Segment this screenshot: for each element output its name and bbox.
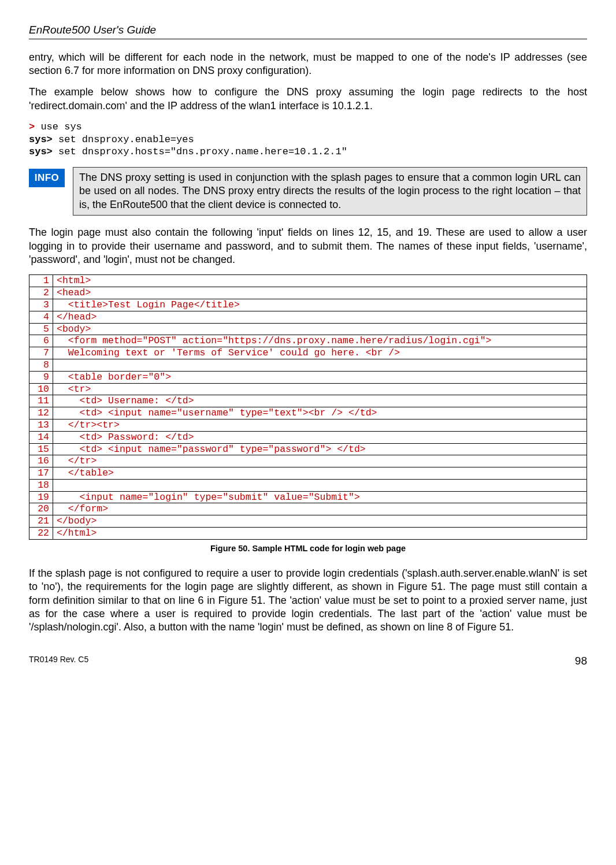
code-content: </tr><tr> xyxy=(53,419,587,431)
code-row: 11 <td> Username: </td> xyxy=(29,395,587,407)
code-content: <td> Password: </td> xyxy=(53,431,587,443)
cli-prompt: sys> xyxy=(29,146,53,157)
line-number: 18 xyxy=(29,479,53,491)
line-number: 2 xyxy=(29,287,53,299)
line-number: 16 xyxy=(29,455,53,467)
header-rule xyxy=(29,39,587,39)
cli-line-1: > use sys xyxy=(29,121,587,133)
code-row: 5<body> xyxy=(29,323,587,335)
cli-prompt-gt: > xyxy=(29,121,35,132)
line-number: 5 xyxy=(29,323,53,335)
code-row: 13 </tr><tr> xyxy=(29,419,587,431)
line-number: 13 xyxy=(29,419,53,431)
code-row: 14 <td> Password: </td> xyxy=(29,431,587,443)
code-content: </head> xyxy=(53,311,587,323)
code-row: 9 <table border="0"> xyxy=(29,371,587,383)
cli-line-3: sys> set dnsproxy.hosts="dns.proxy.name.… xyxy=(29,146,587,158)
code-row: 2<head> xyxy=(29,287,587,299)
info-box-text: The DNS proxy setting is used in conjunc… xyxy=(73,167,587,216)
figure-caption: Figure 50. Sample HTML code for login we… xyxy=(29,543,587,554)
info-callout: INFO The DNS proxy setting is used in co… xyxy=(29,167,587,216)
paragraph-3: The login page must also contain the fol… xyxy=(29,226,587,266)
code-content: <body> xyxy=(53,323,587,335)
paragraph-2: The example below shows how to configure… xyxy=(29,86,587,113)
code-row: 6 <form method="POST" action="https://dn… xyxy=(29,335,587,347)
code-content: <html> xyxy=(53,275,587,287)
code-content: <tr> xyxy=(53,383,587,395)
code-row: 8 xyxy=(29,359,587,371)
code-content xyxy=(53,359,587,371)
line-number: 8 xyxy=(29,359,53,371)
line-number: 1 xyxy=(29,275,53,287)
line-number: 6 xyxy=(29,335,53,347)
code-row: 20 </form> xyxy=(29,503,587,515)
line-number: 14 xyxy=(29,431,53,443)
cli-example: > use sys sys> set dnsproxy.enable=yes s… xyxy=(29,121,587,158)
code-row: 22</html> xyxy=(29,528,587,540)
footer-page-number: 98 xyxy=(575,654,587,669)
paragraph-4: If the splash page is not configured to … xyxy=(29,567,587,634)
line-number: 21 xyxy=(29,515,53,528)
paragraph-1: entry, which will be different for each … xyxy=(29,51,587,78)
doc-header-title: EnRoute500 User's Guide xyxy=(29,23,587,38)
code-row: 10 <tr> xyxy=(29,383,587,395)
code-content: </form> xyxy=(53,503,587,515)
code-content: <input name="login" type="submit" value=… xyxy=(53,491,587,503)
code-content: <table border="0"> xyxy=(53,371,587,383)
line-number: 10 xyxy=(29,383,53,395)
info-icon: INFO xyxy=(29,169,65,187)
code-content xyxy=(53,479,587,491)
page-footer: TR0149 Rev. C5 98 xyxy=(29,654,587,669)
code-content: <head> xyxy=(53,287,587,299)
code-content: <title>Test Login Page</title> xyxy=(53,299,587,311)
line-number: 7 xyxy=(29,347,53,359)
footer-left: TR0149 Rev. C5 xyxy=(29,654,88,669)
code-content: <td> <input name="username" type="text">… xyxy=(53,407,587,419)
code-content: </html> xyxy=(53,528,587,540)
line-number: 11 xyxy=(29,395,53,407)
code-row: 1<html> xyxy=(29,275,587,287)
code-content: </tr> xyxy=(53,455,587,467)
line-number: 9 xyxy=(29,371,53,383)
cli-line-2: sys> set dnsproxy.enable=yes xyxy=(29,133,587,146)
cli-command: set dnsproxy.enable=yes xyxy=(53,134,194,145)
code-row: 16 </tr> xyxy=(29,455,587,467)
code-content: <td> <input name="password" type="passwo… xyxy=(53,443,587,455)
code-row: 3 <title>Test Login Page</title> xyxy=(29,299,587,311)
code-row: 4</head> xyxy=(29,311,587,323)
line-number: 22 xyxy=(29,528,53,540)
cli-prompt: sys> xyxy=(29,134,53,145)
code-content: </body> xyxy=(53,515,587,528)
code-listing-table: 1<html>2<head>3 <title>Test Login Page</… xyxy=(29,274,587,540)
code-content: Welcoming text or 'Terms of Service' cou… xyxy=(53,347,587,359)
code-row: 18 xyxy=(29,479,587,491)
line-number: 4 xyxy=(29,311,53,323)
cli-command: set dnsproxy.hosts="dns.proxy.name.here=… xyxy=(53,146,347,157)
line-number: 12 xyxy=(29,407,53,419)
code-content: <form method="POST" action="https://dns.… xyxy=(53,335,587,347)
cli-command: use sys xyxy=(35,121,82,132)
line-number: 20 xyxy=(29,503,53,515)
code-row: 19 <input name="login" type="submit" val… xyxy=(29,491,587,503)
code-row: 12 <td> <input name="username" type="tex… xyxy=(29,407,587,419)
code-content: <td> Username: </td> xyxy=(53,395,587,407)
line-number: 17 xyxy=(29,467,53,480)
code-row: 15 <td> <input name="password" type="pas… xyxy=(29,443,587,455)
code-row: 21</body> xyxy=(29,515,587,528)
line-number: 3 xyxy=(29,299,53,311)
line-number: 15 xyxy=(29,443,53,455)
code-row: 7 Welcoming text or 'Terms of Service' c… xyxy=(29,347,587,359)
code-content: </table> xyxy=(53,467,587,480)
line-number: 19 xyxy=(29,491,53,503)
code-row: 17 </table> xyxy=(29,467,587,480)
